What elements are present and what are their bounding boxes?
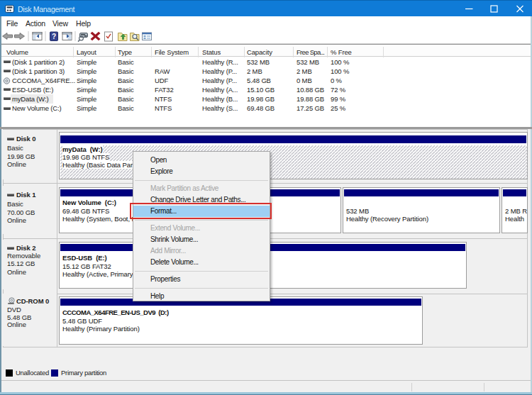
svg-text:?: ? <box>52 33 56 40</box>
